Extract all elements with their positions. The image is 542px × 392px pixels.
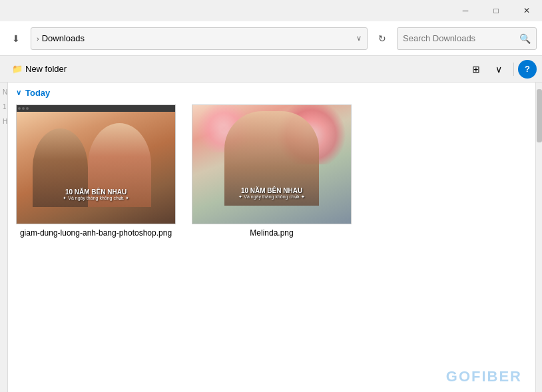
sidebar-item-2: 1 <box>1 100 6 113</box>
refresh-button[interactable]: ↻ <box>372 28 393 49</box>
search-icon: 🔍 <box>519 33 531 44</box>
breadcrumb-chevron-icon: ∨ <box>356 34 362 43</box>
file-thumbnail: 10 NĂM BÊN NHAU ✦ Và ngày tháng không ch… <box>192 104 352 224</box>
section-header-today: ∨ Today <box>16 88 527 98</box>
new-folder-icon: 📁 <box>12 64 23 74</box>
breadcrumb[interactable]: › Downloads ∨ <box>31 27 368 50</box>
view-button[interactable]: ⊞ <box>465 60 487 79</box>
photo-text-overlay: 10 NĂM BÊN NHAU ✦ Và ngày tháng không ch… <box>63 188 129 201</box>
main-area: N 1 H ∨ Today <box>0 83 542 392</box>
search-input[interactable] <box>403 33 515 43</box>
help-button[interactable]: ? <box>518 60 537 79</box>
maximize-button[interactable]: □ <box>481 0 511 21</box>
refresh-icon: ↻ <box>378 33 386 44</box>
sidebar-item-1: N <box>1 85 6 98</box>
file-list: ∨ Today <box>8 83 535 392</box>
new-folder-label: New folder <box>25 64 67 74</box>
close-button[interactable]: ✕ <box>511 0 542 21</box>
new-folder-button[interactable]: 📁 New folder <box>5 60 73 79</box>
breadcrumb-arrow: › <box>37 35 39 43</box>
sidebar-item-3: H <box>1 114 6 128</box>
file-name: Melinda.png <box>250 228 293 238</box>
minimize-button[interactable]: ─ <box>450 0 481 21</box>
download-icon: ⬇ <box>12 33 20 44</box>
view-chevron-button[interactable]: ∨ <box>488 60 509 79</box>
ps-canvas: 10 NĂM BÊN NHAU ✦ Và ngày tháng không ch… <box>17 112 175 224</box>
view-icon: ⊞ <box>472 64 480 75</box>
view-chevron-icon: ∨ <box>495 64 502 75</box>
back-button[interactable]: ⬇ <box>5 28 27 49</box>
section-title: Today <box>25 88 50 98</box>
section-chevron-icon: ∨ <box>16 89 21 97</box>
list-item[interactable]: 10 NĂM BÊN NHAU ✦ Và ngày tháng không ch… <box>192 104 352 238</box>
scrollbar-thumb[interactable] <box>537 89 542 142</box>
search-box[interactable]: 🔍 <box>397 27 537 50</box>
photo-text-overlay: 10 NĂM BÊN NHAU ✦ Và ngày tháng không ch… <box>238 187 304 200</box>
list-item[interactable]: 10 NĂM BÊN NHAU ✦ Và ngày tháng không ch… <box>16 104 176 238</box>
scrollbar[interactable] <box>535 83 542 392</box>
file-name: giam-dung-luong-anh-bang-photoshop.png <box>20 228 172 238</box>
address-bar: ⬇ › Downloads ∨ ↻ 🔍 <box>0 21 542 56</box>
watermark: GOFIBER <box>446 368 522 385</box>
sidebar: N 1 H <box>0 83 8 392</box>
title-bar: ─ □ ✕ <box>0 0 542 21</box>
file-thumbnail: 10 NĂM BÊN NHAU ✦ Và ngày tháng không ch… <box>16 104 176 224</box>
breadcrumb-location: Downloads <box>42 33 85 43</box>
toolbar-separator <box>513 63 514 76</box>
ps-toolbar <box>17 105 175 112</box>
toolbar: 📁 New folder ⊞ ∨ ? <box>0 56 542 83</box>
files-grid: 10 NĂM BÊN NHAU ✦ Và ngày tháng không ch… <box>16 104 527 238</box>
